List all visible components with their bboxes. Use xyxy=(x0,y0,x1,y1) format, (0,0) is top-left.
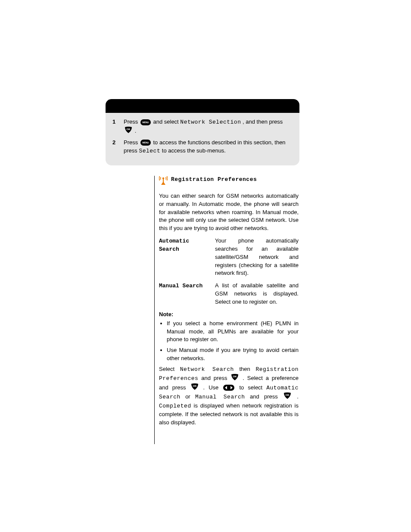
step-text: Press MENU and select Network Selection … xyxy=(124,118,293,136)
text: Press xyxy=(124,118,140,125)
menu-icon: MENU xyxy=(140,140,151,146)
step-2: 2 Press MENU to access the functions des… xyxy=(112,139,293,156)
antenna-icon xyxy=(159,176,168,188)
note-item: If you select a home environment (HE) PL… xyxy=(167,320,299,344)
text: to select xyxy=(239,384,266,391)
menu-label: Select xyxy=(139,148,160,154)
text: to access the sub-menus. xyxy=(162,147,226,154)
menu-label: Network Selection xyxy=(180,119,241,125)
item-manual: Manual Search A list of available satell… xyxy=(159,282,299,306)
item-text: Your phone automatically searches for an… xyxy=(215,237,299,277)
text: . Use xyxy=(203,384,223,391)
step-number: 2 xyxy=(112,139,119,147)
text: . xyxy=(297,394,299,400)
text: . xyxy=(135,128,137,134)
panel-body: 1 Press MENU and select Network Selectio… xyxy=(106,113,299,165)
svg-text:OK: OK xyxy=(127,128,131,131)
menu-label: Network Search xyxy=(180,366,234,373)
ok-icon: OK xyxy=(125,127,132,136)
step-number: 1 xyxy=(112,118,119,126)
section-title: Registration Preferences xyxy=(171,176,257,184)
flow-paragraph: Select Network Search then Registration … xyxy=(159,365,299,427)
note-list: If you select a home environment (HE) PL… xyxy=(167,320,299,363)
svg-text:OK: OK xyxy=(193,385,197,387)
panel-header-bar xyxy=(106,99,299,113)
ok-icon: OK xyxy=(191,383,199,393)
menu-label: Manual Search xyxy=(195,394,245,401)
item-text: A list of available satellite and GSM ne… xyxy=(215,282,299,306)
step-1: 1 Press MENU and select Network Selectio… xyxy=(112,118,293,136)
text: then xyxy=(239,366,255,372)
item-label: Manual Search xyxy=(159,282,210,306)
text: Press xyxy=(124,139,140,146)
item-label: Automatic Search xyxy=(159,237,210,277)
intro-paragraph: You can either search for GSM networks a… xyxy=(159,192,299,233)
item-automatic: Automatic Search Your phone automaticall… xyxy=(159,237,299,277)
ok-icon: OK xyxy=(231,374,239,383)
instruction-panel: 1 Press MENU and select Network Selectio… xyxy=(106,99,299,165)
step-text: Press MENU to access the functions descr… xyxy=(124,139,293,156)
content-section: Registration Preferences You can either … xyxy=(154,176,299,444)
text: and press xyxy=(201,375,230,381)
note-heading: Note: xyxy=(159,311,299,319)
svg-text:OK: OK xyxy=(233,375,237,378)
svg-text:OK: OK xyxy=(286,394,290,396)
text: and select xyxy=(153,118,180,125)
section-header: Registration Preferences xyxy=(159,176,299,188)
text: and press xyxy=(250,394,283,400)
text: Select xyxy=(159,366,180,372)
ok-icon: OK xyxy=(283,392,291,402)
left-right-icon xyxy=(223,385,234,391)
note-item: Use Manual mode if you are trying to avo… xyxy=(167,346,299,363)
text: , and then press xyxy=(243,118,283,125)
menu-icon: MENU xyxy=(140,119,151,125)
text: or xyxy=(185,394,195,400)
menu-label: Completed xyxy=(159,403,191,409)
note-block: Note: If you select a home environment (… xyxy=(159,311,299,363)
